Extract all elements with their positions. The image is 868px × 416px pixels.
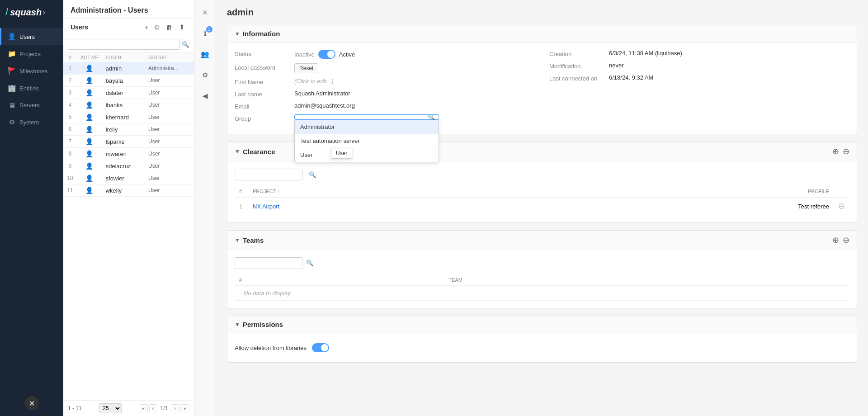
collapse-arrow-button[interactable]: ◀ [197, 88, 213, 104]
project-link[interactable]: NX Airport [253, 203, 279, 210]
first-page-button[interactable]: « [139, 404, 148, 412]
user-table-row[interactable]: 1 👤 admin Administra... [63, 62, 194, 75]
user-search-button[interactable]: 🔍 [182, 41, 189, 48]
user-active-icon: 👤 [85, 126, 93, 133]
clearance-row-num: 1 [235, 197, 248, 215]
group-field-wrap: 🔍 Administrator Test automation server U… [294, 114, 439, 120]
teams-search-button[interactable]: 🔍 [306, 260, 314, 266]
permissions-chevron-icon: ▼ [235, 321, 240, 328]
clearance-search-input[interactable] [235, 169, 302, 180]
dropdown-item-test-automation[interactable]: Test automation server [295, 134, 439, 148]
page-size-select[interactable]: 25 50 100 [99, 403, 122, 413]
logo-text: squash [10, 7, 42, 18]
prev-page-button[interactable]: ‹ [149, 404, 157, 412]
user-group: User [145, 160, 194, 172]
reset-password-button[interactable]: Reset [294, 63, 318, 73]
user-table-row[interactable]: 11 👤 wkelly User [63, 184, 194, 197]
user-login: bayala [102, 75, 145, 87]
collapse-panel-button[interactable]: ✕ [197, 5, 213, 21]
delete-user-button[interactable]: 🗑 [164, 22, 175, 32]
settings-tab-button[interactable]: ⚙ [197, 67, 213, 83]
group-input[interactable] [294, 114, 439, 120]
user-table-row[interactable]: 3 👤 dslater User [63, 87, 194, 99]
status-toggle[interactable] [318, 50, 335, 59]
user-active: 👤 [77, 123, 102, 136]
information-section-header[interactable]: ▼ Information [227, 25, 857, 43]
user-active: 👤 [77, 172, 102, 184]
group-dropdown: Administrator Test automation server Use… [294, 120, 439, 162]
dropdown-item-user[interactable]: User User [295, 148, 439, 162]
sidebar-item-servers[interactable]: 🖥 Servers [0, 97, 63, 113]
user-num: 7 [63, 136, 77, 148]
clearance-remove-row-button[interactable]: ⊖ [838, 201, 845, 211]
milestones-icon: 🚩 [8, 67, 16, 75]
sidebar-item-users[interactable]: 👤 Users [0, 28, 63, 45]
system-icon: ⚙ [8, 118, 16, 126]
information-section-title: Information [243, 30, 280, 38]
user-table-row[interactable]: 2 👤 bayala User [63, 75, 194, 87]
first-name-label: First Name [235, 78, 289, 85]
clearance-search-button[interactable]: 🔍 [309, 171, 316, 178]
next-page-button[interactable]: › [171, 404, 179, 412]
user-search-input[interactable] [68, 39, 180, 50]
user-num: 9 [63, 160, 77, 172]
clearance-col-project[interactable]: PROJECT [248, 186, 525, 197]
user-active: 👤 [77, 111, 102, 123]
user-num: 1 [63, 62, 77, 75]
servers-icon: 🖥 [8, 101, 16, 109]
user-table-row[interactable]: 4 👤 ibanks User [63, 99, 194, 111]
clearance-col-action [834, 186, 849, 197]
teams-header-actions: ⊕ ⊖ [832, 235, 849, 245]
permissions-section-header[interactable]: ▼ Permissions [227, 316, 857, 333]
clearance-col-profile: PROFILE [525, 186, 834, 197]
copy-user-button[interactable]: ⧉ [153, 22, 161, 32]
export-user-button[interactable]: ⬆ [177, 22, 187, 32]
info-tabs-panel: ✕ ℹ 1 👥 ⚙ ◀ [194, 0, 216, 416]
clearance-remove-button[interactable]: ⊖ [843, 147, 849, 156]
close-sidebar-button[interactable]: ✕ [24, 396, 39, 411]
user-active-icon: 👤 [85, 138, 93, 145]
sidebar-item-entities[interactable]: 🏢 Entities [0, 80, 63, 97]
info-tab-button[interactable]: ℹ 1 [197, 25, 213, 42]
user-login: lsparks [102, 136, 145, 148]
teams-section-title: Teams [243, 236, 264, 244]
email-value: admin@squashtest.org [294, 102, 535, 109]
clearance-add-button[interactable]: ⊕ [832, 147, 839, 156]
allow-deletion-toggle[interactable] [312, 343, 329, 352]
dropdown-item-administrator[interactable]: Administrator [295, 120, 439, 134]
user-tooltip: User [331, 148, 352, 159]
users-tab-button[interactable]: 👥 [197, 46, 213, 62]
creation-value: 6/3/24, 11:38 AM (liquibase) [609, 50, 849, 57]
add-user-button[interactable]: + [142, 22, 150, 32]
user-table-row[interactable]: 9 👤 sdelacruz User [63, 160, 194, 172]
user-table-row[interactable]: 5 👤 kbernard User [63, 111, 194, 123]
user-table-row[interactable]: 7 👤 lsparks User [63, 136, 194, 148]
user-group: User [145, 172, 194, 184]
user-table-row[interactable]: 6 👤 lrelly User [63, 123, 194, 136]
first-name-row: First Name (Click to edit...) [235, 78, 535, 85]
clearance-table: # PROJECT PROFILE 1 NX Airport Test refe… [235, 186, 849, 215]
teams-section-header[interactable]: ▼ Teams ⊕ ⊖ [227, 231, 857, 250]
col-header-num: # [63, 53, 77, 62]
user-active: 👤 [77, 87, 102, 99]
user-table-row[interactable]: 10 👤 sfowler User [63, 172, 194, 184]
pagination-range: 1 - 11 [68, 405, 82, 411]
panel-actions: + ⧉ 🗑 ⬆ [142, 22, 187, 32]
user-active-icon: 👤 [85, 65, 93, 72]
teams-add-button[interactable]: ⊕ [832, 235, 839, 245]
user-active: 👤 [77, 62, 102, 75]
creation-label: Creation [549, 50, 604, 57]
sidebar-item-projects[interactable]: 📁 Projects [0, 45, 63, 62]
first-name-value[interactable]: (Click to edit...) [294, 78, 334, 85]
last-page-button[interactable]: » [180, 404, 189, 412]
sidebar-item-system[interactable]: ⚙ System [0, 113, 63, 131]
teams-search-input[interactable] [235, 257, 302, 269]
user-active-icon: 👤 [85, 89, 93, 96]
sidebar-item-milestones[interactable]: 🚩 Milestones [0, 62, 63, 80]
user-login: admin [102, 62, 145, 75]
modification-value: never [609, 62, 849, 69]
user-table-row[interactable]: 8 👤 mwaren User [63, 148, 194, 160]
entities-icon: 🏢 [8, 84, 16, 92]
teams-remove-button[interactable]: ⊖ [843, 235, 849, 245]
user-active: 👤 [77, 148, 102, 160]
